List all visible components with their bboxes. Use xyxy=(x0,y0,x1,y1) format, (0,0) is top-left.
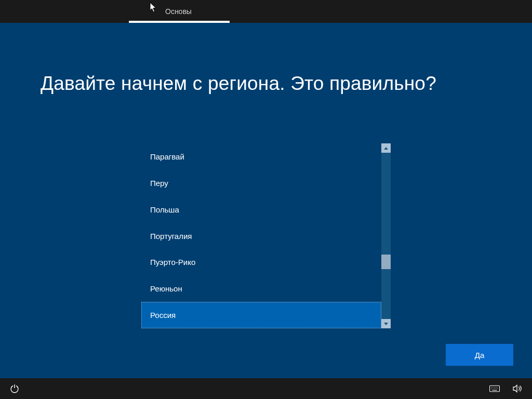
region-item-label: Португалия xyxy=(150,232,192,241)
scroll-up-button[interactable] xyxy=(381,143,391,153)
main-content: Давайте начнем с региона. Это правильно?… xyxy=(0,23,532,378)
scroll-down-button[interactable] xyxy=(381,319,391,328)
scroll-track[interactable] xyxy=(381,153,391,319)
region-item-label: Реюньон xyxy=(150,284,182,293)
region-list-container: ПарагвайПеруПольшаПортугалияПуэрто-РикоР… xyxy=(141,143,391,328)
volume-icon[interactable] xyxy=(512,383,523,394)
confirm-button-label: Да xyxy=(475,351,485,360)
region-item-label: Пуэрто-Рико xyxy=(150,258,195,267)
scroll-thumb[interactable] xyxy=(381,255,391,269)
region-item[interactable]: Португалия xyxy=(141,223,381,249)
region-item-label: Россия xyxy=(150,311,176,320)
top-bar: Основы xyxy=(0,0,532,23)
bottom-bar xyxy=(0,378,532,399)
region-item[interactable]: Россия xyxy=(141,302,381,328)
region-item-label: Польша xyxy=(150,205,179,214)
breadcrumb-label: Основы xyxy=(129,7,192,16)
region-item[interactable]: Реюньон xyxy=(141,275,381,302)
keyboard-icon[interactable] xyxy=(489,383,500,394)
region-item[interactable]: Пуэрто-Рико xyxy=(141,249,381,275)
page-title: Давайте начнем с региона. Это правильно? xyxy=(41,73,506,95)
region-item[interactable]: Польша xyxy=(141,196,381,223)
region-item-label: Парагвай xyxy=(150,152,184,161)
region-item[interactable]: Парагвай xyxy=(141,143,381,170)
region-list[interactable]: ПарагвайПеруПольшаПортугалияПуэрто-РикоР… xyxy=(141,143,381,328)
region-item[interactable]: Перу xyxy=(141,170,381,196)
bottom-bar-right xyxy=(489,383,523,394)
region-item-label: Перу xyxy=(150,179,168,188)
scrollbar[interactable] xyxy=(381,143,391,328)
confirm-button[interactable]: Да xyxy=(446,344,513,366)
power-icon[interactable] xyxy=(9,383,20,394)
